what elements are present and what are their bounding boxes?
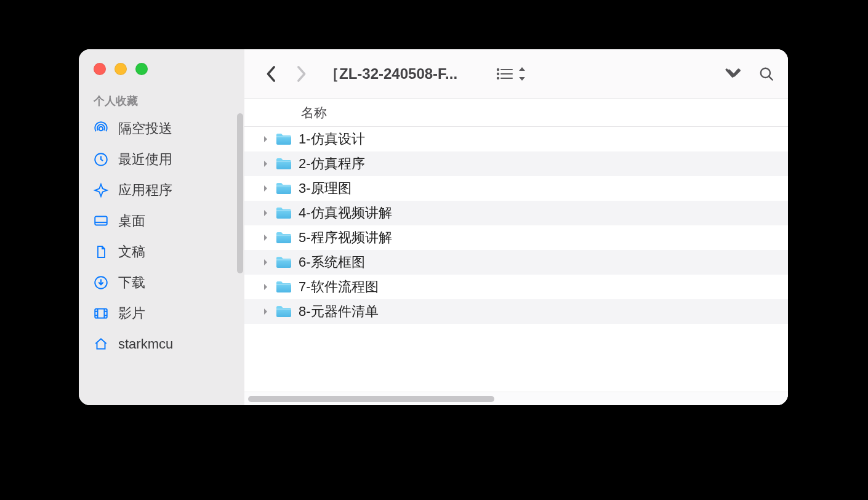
file-name: 7-软件流程图 — [299, 278, 379, 296]
folder-icon — [275, 230, 292, 245]
view-mode-button[interactable] — [496, 67, 526, 81]
file-row[interactable]: 1-仿真设计 — [244, 127, 788, 151]
disclosure-triangle-icon[interactable] — [262, 135, 270, 143]
toolbar: ［ZL-32-240508-F... — [244, 49, 788, 99]
file-row[interactable]: 7-软件流程图 — [244, 275, 788, 299]
sidebar-item-airdrop[interactable]: 隔空投送 — [79, 113, 244, 144]
svg-rect-2 — [95, 216, 107, 225]
search-button[interactable] — [758, 66, 774, 82]
more-button[interactable] — [724, 68, 741, 80]
sidebar-item-documents[interactable]: 文稿 — [79, 236, 244, 267]
folder-icon — [275, 181, 292, 196]
file-row[interactable]: 8-元器件清单 — [244, 299, 788, 324]
file-row[interactable]: 2-仿真程序 — [244, 151, 788, 176]
svg-point-5 — [497, 68, 499, 70]
folder-icon — [275, 280, 292, 294]
desktop-icon — [92, 212, 110, 230]
file-row[interactable]: 6-系统框图 — [244, 250, 788, 275]
sidebar-item-label: 文稿 — [118, 243, 145, 261]
disclosure-triangle-icon[interactable] — [262, 184, 270, 193]
sidebar-item-label: 下载 — [118, 273, 145, 292]
sidebar-section-favorites: 个人收藏 — [79, 83, 244, 113]
airdrop-icon — [92, 120, 110, 137]
forward-button[interactable] — [289, 62, 313, 86]
file-name: 3-原理图 — [299, 179, 352, 198]
file-name: 4-仿真视频讲解 — [299, 204, 392, 222]
window-title: ［ZL-32-240508-F... — [324, 64, 457, 84]
window-controls — [79, 49, 244, 83]
svg-point-6 — [497, 73, 499, 74]
applications-icon — [92, 182, 110, 199]
folder-icon — [275, 206, 292, 220]
horizontal-scrollbar-track[interactable] — [244, 392, 788, 405]
sidebar: 个人收藏 隔空投送 最近使用 — [79, 49, 244, 405]
sidebar-item-label: 桌面 — [118, 212, 145, 230]
sidebar-item-movies[interactable]: 影片 — [79, 298, 244, 329]
column-header-name[interactable]: 名称 — [244, 99, 788, 127]
chevron-up-down-icon — [518, 67, 526, 81]
minimize-button[interactable] — [115, 63, 127, 75]
disclosure-triangle-icon[interactable] — [262, 233, 270, 242]
file-name: 2-仿真程序 — [299, 155, 365, 173]
back-button[interactable] — [259, 62, 284, 86]
file-row[interactable]: 5-程序视频讲解 — [244, 225, 788, 250]
document-icon — [92, 243, 110, 260]
sidebar-item-label: 影片 — [118, 304, 145, 323]
home-icon — [92, 336, 110, 353]
sidebar-item-recents[interactable]: 最近使用 — [79, 144, 244, 175]
horizontal-scrollbar-thumb[interactable] — [248, 396, 494, 402]
column-header-label: 名称 — [301, 104, 327, 121]
file-name: 8-元器件清单 — [299, 302, 379, 321]
sidebar-item-desktop[interactable]: 桌面 — [79, 206, 244, 236]
finder-window: 个人收藏 隔空投送 最近使用 — [79, 49, 788, 405]
sidebar-item-label: 隔空投送 — [118, 119, 172, 138]
toolbar-right — [724, 66, 774, 82]
file-name: 6-系统框图 — [299, 253, 365, 272]
svg-rect-4 — [95, 308, 107, 318]
disclosure-triangle-icon[interactable] — [262, 159, 270, 168]
file-row[interactable]: 4-仿真视频讲解 — [244, 201, 788, 225]
sidebar-item-label: starkmcu — [118, 336, 173, 352]
folder-icon — [275, 156, 292, 171]
sidebar-item-label: 最近使用 — [118, 150, 172, 169]
folder-icon — [275, 304, 292, 319]
disclosure-triangle-icon[interactable] — [262, 283, 270, 291]
close-button[interactable] — [94, 63, 106, 75]
sidebar-item-home[interactable]: starkmcu — [79, 329, 244, 360]
download-icon — [92, 274, 110, 291]
film-icon — [92, 305, 110, 322]
folder-icon — [275, 132, 292, 147]
sidebar-items: 隔空投送 最近使用 应用程序 — [79, 113, 244, 360]
clock-icon — [92, 151, 110, 168]
file-list: 1-仿真设计2-仿真程序3-原理图4-仿真视频讲解5-程序视频讲解6-系统框图7… — [244, 127, 788, 392]
disclosure-triangle-icon[interactable] — [262, 307, 270, 316]
disclosure-triangle-icon[interactable] — [262, 258, 270, 267]
folder-icon — [275, 255, 292, 270]
file-name: 1-仿真设计 — [299, 130, 365, 148]
svg-point-7 — [497, 77, 499, 78]
disclosure-triangle-icon[interactable] — [262, 209, 270, 217]
file-name: 5-程序视频讲解 — [299, 228, 392, 247]
sidebar-scrollbar[interactable] — [237, 113, 243, 273]
sidebar-item-applications[interactable]: 应用程序 — [79, 175, 244, 206]
file-row[interactable]: 3-原理图 — [244, 176, 788, 201]
zoom-button[interactable] — [135, 63, 148, 75]
svg-point-0 — [99, 127, 103, 131]
sidebar-item-downloads[interactable]: 下载 — [79, 267, 244, 298]
sidebar-item-label: 应用程序 — [118, 181, 172, 200]
main-area: ［ZL-32-240508-F... — [244, 49, 788, 405]
